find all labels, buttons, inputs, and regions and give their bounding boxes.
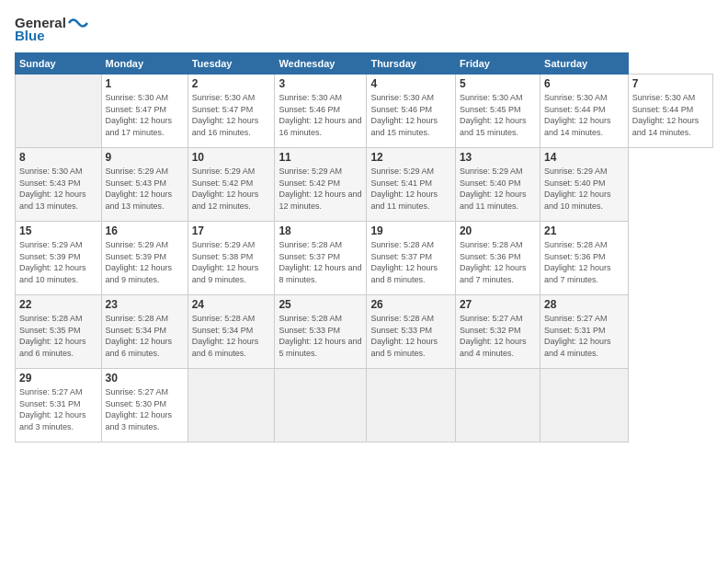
day-info: Sunrise: 5:27 AMSunset: 5:31 PMDaylight:… [544, 314, 611, 358]
day-info: Sunrise: 5:29 AMSunset: 5:39 PMDaylight:… [106, 240, 173, 284]
table-cell: 22 Sunrise: 5:28 AMSunset: 5:35 PMDaylig… [16, 295, 102, 369]
day-info: Sunrise: 5:28 AMSunset: 5:34 PMDaylight:… [106, 314, 173, 358]
table-cell: 25 Sunrise: 5:28 AMSunset: 5:33 PMDaylig… [275, 295, 367, 369]
day-info: Sunrise: 5:28 AMSunset: 5:37 PMDaylight:… [279, 240, 361, 284]
logo-wave-icon [68, 16, 88, 30]
day-number: 10 [192, 151, 271, 164]
day-info: Sunrise: 5:30 AMSunset: 5:47 PMDaylight:… [192, 93, 259, 137]
table-cell: 30 Sunrise: 5:27 AMSunset: 5:30 PMDaylig… [101, 369, 188, 442]
day-number: 17 [192, 224, 271, 237]
day-number: 7 [632, 77, 709, 90]
table-cell [367, 369, 456, 442]
day-info: Sunrise: 5:29 AMSunset: 5:42 PMDaylight:… [192, 167, 259, 211]
day-number: 9 [106, 151, 184, 164]
day-info: Sunrise: 5:29 AMSunset: 5:40 PMDaylight:… [544, 167, 611, 211]
table-cell: 4 Sunrise: 5:30 AMSunset: 5:46 PMDayligh… [367, 75, 456, 148]
col-tuesday: Tuesday [188, 53, 275, 75]
table-cell: 21 Sunrise: 5:28 AMSunset: 5:36 PMDaylig… [540, 222, 629, 295]
day-number: 11 [279, 151, 362, 164]
table-cell: 13 Sunrise: 5:29 AMSunset: 5:40 PMDaylig… [455, 148, 540, 222]
day-number: 21 [544, 224, 624, 237]
day-info: Sunrise: 5:29 AMSunset: 5:40 PMDaylight:… [460, 167, 527, 211]
logo: General Blue [15, 15, 88, 43]
table-cell: 3 Sunrise: 5:30 AMSunset: 5:46 PMDayligh… [275, 75, 367, 148]
table-cell: 17 Sunrise: 5:29 AMSunset: 5:38 PMDaylig… [188, 222, 275, 295]
day-number: 28 [544, 298, 624, 311]
day-info: Sunrise: 5:28 AMSunset: 5:33 PMDaylight:… [370, 314, 438, 358]
table-cell: 6 Sunrise: 5:30 AMSunset: 5:44 PMDayligh… [540, 75, 629, 148]
table-cell: 26 Sunrise: 5:28 AMSunset: 5:33 PMDaylig… [367, 295, 456, 369]
day-info: Sunrise: 5:28 AMSunset: 5:35 PMDaylight:… [19, 314, 86, 358]
header: General Blue [15, 15, 713, 43]
table-cell: 5 Sunrise: 5:30 AMSunset: 5:45 PMDayligh… [455, 75, 540, 148]
table-cell: 16 Sunrise: 5:29 AMSunset: 5:39 PMDaylig… [101, 222, 188, 295]
day-number: 26 [370, 298, 451, 311]
table-cell: 24 Sunrise: 5:28 AMSunset: 5:34 PMDaylig… [188, 295, 275, 369]
day-number: 25 [279, 298, 362, 311]
day-number: 3 [279, 77, 362, 90]
day-info: Sunrise: 5:28 AMSunset: 5:36 PMDaylight:… [544, 240, 611, 284]
day-info: Sunrise: 5:30 AMSunset: 5:44 PMDaylight:… [632, 93, 700, 137]
day-info: Sunrise: 5:30 AMSunset: 5:45 PMDaylight:… [460, 93, 527, 137]
col-saturday: Saturday [540, 53, 629, 75]
day-number: 29 [19, 372, 97, 385]
day-info: Sunrise: 5:27 AMSunset: 5:31 PMDaylight:… [19, 387, 86, 431]
day-number: 20 [460, 224, 536, 237]
day-info: Sunrise: 5:27 AMSunset: 5:32 PMDaylight:… [460, 314, 527, 358]
day-number: 2 [192, 77, 271, 90]
table-cell: 20 Sunrise: 5:28 AMSunset: 5:36 PMDaylig… [455, 222, 540, 295]
day-info: Sunrise: 5:30 AMSunset: 5:47 PMDaylight:… [106, 93, 173, 137]
day-info: Sunrise: 5:29 AMSunset: 5:43 PMDaylight:… [106, 167, 173, 211]
day-number: 6 [544, 77, 624, 90]
day-number: 19 [370, 224, 451, 237]
day-number: 18 [279, 224, 362, 237]
col-wednesday: Wednesday [275, 53, 367, 75]
col-friday: Friday [455, 53, 540, 75]
table-cell: 14 Sunrise: 5:29 AMSunset: 5:40 PMDaylig… [540, 148, 629, 222]
table-cell: 11 Sunrise: 5:29 AMSunset: 5:42 PMDaylig… [275, 148, 367, 222]
day-number: 14 [544, 151, 624, 164]
day-number: 24 [192, 298, 271, 311]
day-info: Sunrise: 5:30 AMSunset: 5:46 PMDaylight:… [279, 93, 361, 137]
day-info: Sunrise: 5:28 AMSunset: 5:36 PMDaylight:… [460, 240, 527, 284]
table-cell: 10 Sunrise: 5:29 AMSunset: 5:42 PMDaylig… [188, 148, 275, 222]
table-cell: 12 Sunrise: 5:29 AMSunset: 5:41 PMDaylig… [367, 148, 456, 222]
table-cell: 7 Sunrise: 5:30 AMSunset: 5:44 PMDayligh… [628, 75, 712, 148]
col-monday: Monday [101, 53, 188, 75]
logo-blue-text: Blue [15, 28, 45, 43]
day-number: 27 [460, 298, 536, 311]
day-info: Sunrise: 5:28 AMSunset: 5:37 PMDaylight:… [370, 240, 438, 284]
day-info: Sunrise: 5:30 AMSunset: 5:44 PMDaylight:… [544, 93, 611, 137]
day-info: Sunrise: 5:28 AMSunset: 5:33 PMDaylight:… [279, 314, 361, 358]
day-number: 22 [19, 298, 97, 311]
day-number: 12 [370, 151, 451, 164]
table-cell [275, 369, 367, 442]
table-cell: 1 Sunrise: 5:30 AMSunset: 5:47 PMDayligh… [101, 75, 188, 148]
day-number: 1 [106, 77, 184, 90]
table-cell: 27 Sunrise: 5:27 AMSunset: 5:32 PMDaylig… [455, 295, 540, 369]
table-cell [188, 369, 275, 442]
day-info: Sunrise: 5:29 AMSunset: 5:41 PMDaylight:… [370, 167, 438, 211]
table-cell: 29 Sunrise: 5:27 AMSunset: 5:31 PMDaylig… [16, 369, 102, 442]
day-number: 15 [19, 224, 97, 237]
table-cell: 15 Sunrise: 5:29 AMSunset: 5:39 PMDaylig… [16, 222, 102, 295]
day-info: Sunrise: 5:29 AMSunset: 5:42 PMDaylight:… [279, 167, 361, 211]
table-cell: 9 Sunrise: 5:29 AMSunset: 5:43 PMDayligh… [101, 148, 188, 222]
table-cell: 23 Sunrise: 5:28 AMSunset: 5:34 PMDaylig… [101, 295, 188, 369]
day-number: 8 [19, 151, 97, 164]
calendar-table: Sunday Monday Tuesday Wednesday Thursday… [15, 52, 713, 442]
table-cell [16, 75, 102, 148]
table-cell [540, 369, 629, 442]
table-cell: 19 Sunrise: 5:28 AMSunset: 5:37 PMDaylig… [367, 222, 456, 295]
day-number: 23 [106, 298, 184, 311]
day-info: Sunrise: 5:27 AMSunset: 5:30 PMDaylight:… [106, 387, 173, 431]
day-number: 16 [106, 224, 184, 237]
day-number: 13 [460, 151, 536, 164]
day-number: 4 [370, 77, 451, 90]
table-cell: 8 Sunrise: 5:30 AMSunset: 5:43 PMDayligh… [16, 148, 102, 222]
day-number: 30 [106, 372, 184, 385]
table-cell: 2 Sunrise: 5:30 AMSunset: 5:47 PMDayligh… [188, 75, 275, 148]
day-info: Sunrise: 5:29 AMSunset: 5:39 PMDaylight:… [19, 240, 86, 284]
table-cell [455, 369, 540, 442]
table-cell: 18 Sunrise: 5:28 AMSunset: 5:37 PMDaylig… [275, 222, 367, 295]
